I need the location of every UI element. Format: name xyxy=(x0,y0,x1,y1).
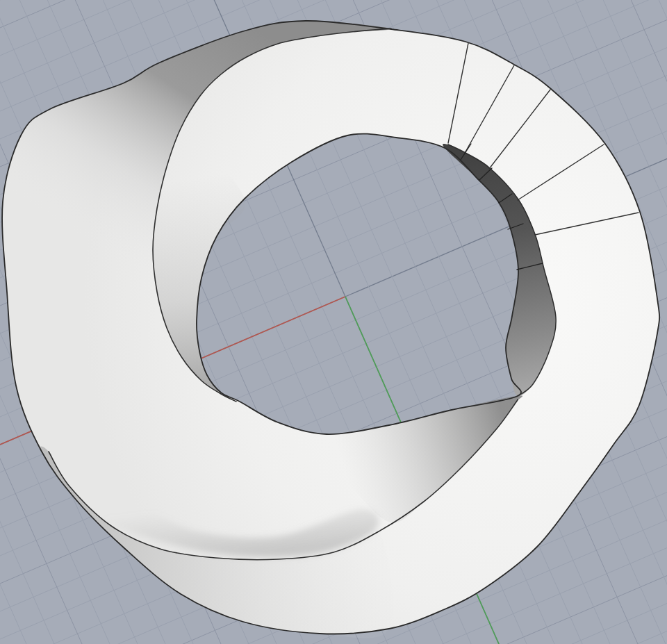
viewport-canvas[interactable] xyxy=(0,0,667,644)
3d-viewport[interactable] xyxy=(0,0,667,644)
